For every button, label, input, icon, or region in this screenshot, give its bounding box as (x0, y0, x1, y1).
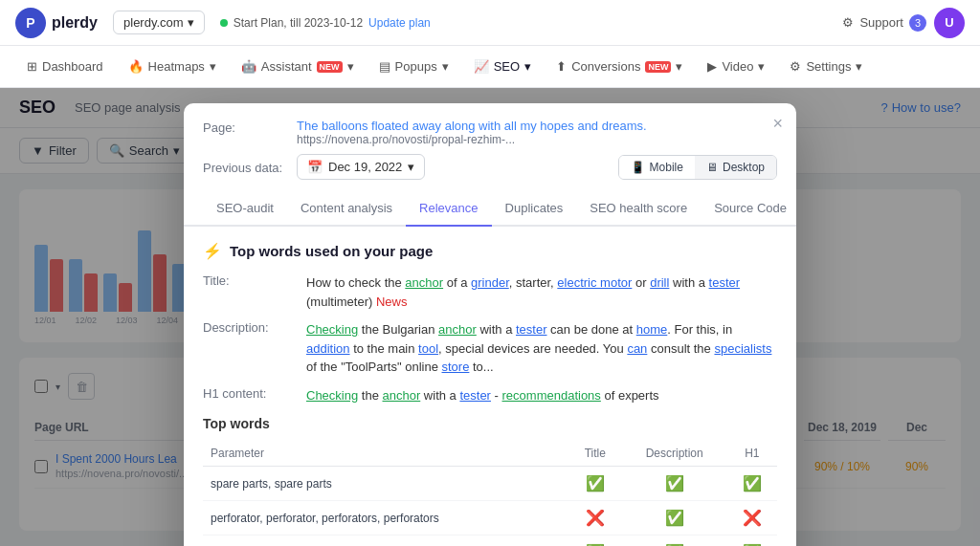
table-row: perforator, perforator, perforators, per… (203, 501, 777, 535)
assistant-new-badge: NEW (317, 61, 343, 73)
close-button[interactable]: × (772, 115, 783, 132)
col-description: Description (622, 441, 727, 467)
nav-label-settings: Settings (806, 59, 851, 74)
h1-cross-cell: ❌ (727, 501, 777, 535)
title-content: How to check the anchor of a grinder, st… (306, 273, 777, 311)
nav-item-dashboard[interactable]: ⊞ Dashboard (15, 52, 115, 81)
kw-can: can (627, 341, 647, 356)
description-content: Checking the Bulgarian anchor with a tes… (306, 320, 777, 377)
keyword-drill: drill (650, 275, 669, 290)
h1-check-cell: ✅ (727, 535, 777, 547)
col-parameter: Parameter (203, 441, 568, 467)
nav-item-popups[interactable]: ▤ Popups ▾ (368, 52, 460, 81)
tab-content-analysis[interactable]: Content analysis (287, 191, 406, 227)
table-row: spare parts, spare parts ✅ ✅ ✅ (203, 467, 777, 501)
modal-prev-row: Previous data: 📅 Dec 19, 2022 ▾ 📱 Mobile… (203, 154, 777, 180)
section-title: ⚡ Top words used on your page (203, 242, 777, 260)
nav-label-conversions: Conversions (571, 59, 640, 74)
nav-item-settings[interactable]: ⚙ Settings ▾ (778, 52, 874, 81)
nav-label-seo: SEO (494, 59, 520, 74)
popup-icon: ▤ (379, 59, 390, 74)
date-selector[interactable]: 📅 Dec 19, 2022 ▾ (297, 154, 425, 180)
desc-check-cell: ✅ (622, 535, 727, 547)
plan-badge: Start Plan, till 2023-10-12 Update plan (220, 16, 431, 30)
h1-content: Checking the anchor with a tester - reco… (306, 386, 777, 405)
modal-page-info: Page: The balloons floated away along wi… (203, 119, 777, 146)
mobile-button[interactable]: 📱 Mobile (619, 156, 695, 179)
conversions-icon: ⬆ (556, 59, 567, 74)
top-words-title: Top words (203, 416, 777, 431)
nav-item-assistant[interactable]: 🤖 Assistant NEW ▾ (230, 52, 366, 81)
chevron-down-icon-popups: ▾ (442, 59, 449, 74)
check-icon: ✅ (665, 510, 684, 526)
kw-tester-h1: tester (459, 388, 491, 403)
nav-label-heatmaps: Heatmaps (148, 59, 205, 74)
check-icon: ✅ (586, 475, 605, 491)
prev-data-label: Previous data: (203, 159, 289, 175)
modal-body: ⚡ Top words used on your page Title: How… (184, 227, 796, 546)
description-row: Description: Checking the Bulgarian anch… (203, 320, 777, 377)
table-row: power tool, power tool, power tools, pow… (203, 535, 777, 547)
kw-tool: tool (418, 341, 438, 356)
mobile-label: Mobile (650, 161, 683, 174)
page-title-text: The balloons floated away along with all… (297, 119, 647, 133)
kw-checking-h1: Checking (306, 388, 358, 403)
check-icon: ✅ (743, 475, 762, 491)
keyword-electric-motor: electric motor (557, 275, 632, 290)
tab-seo-health-score[interactable]: SEO health score (576, 191, 701, 227)
nav-label-dashboard: Dashboard (42, 59, 103, 74)
section-title-text: Top words used on your page (230, 243, 433, 259)
keyword-news: News (376, 295, 408, 309)
param-cell: power tool, power tool, power tools, pow… (203, 535, 568, 547)
mobile-icon: 📱 (631, 161, 645, 174)
support-button[interactable]: ⚙ Support 3 (842, 14, 926, 32)
kw-addition: addition (306, 341, 350, 356)
h1-row: H1 content: Checking the anchor with a t… (203, 386, 777, 405)
col-title: Title (568, 441, 621, 467)
title-label: Title: (203, 273, 299, 311)
chevron-down-icon: ▾ (188, 15, 194, 30)
nav-item-seo[interactable]: 📈 SEO ▾ (462, 52, 543, 81)
modal-header: × Page: The balloons floated away along … (184, 103, 796, 191)
keyword-grinder: grinder (471, 275, 509, 290)
title-check-cell: ✅ (568, 535, 621, 547)
conversions-new-badge: NEW (645, 61, 671, 73)
tab-relevance[interactable]: Relevance (406, 191, 491, 227)
chevron-down-icon-conversions: ▾ (676, 59, 682, 74)
page-info-content: The balloons floated away along with all… (297, 119, 647, 146)
logo[interactable]: P plerdy (15, 8, 98, 38)
param-cell: spare parts, spare parts (203, 467, 568, 501)
h1-check-cell: ✅ (727, 467, 777, 501)
kw-tester2: tester (516, 322, 547, 337)
param-cell: perforator, perforator, perforators, per… (203, 501, 568, 535)
tab-seo-audit[interactable]: SEO-audit (203, 191, 287, 227)
h1-label: H1 content: (203, 386, 299, 405)
title-row: Title: How to check the anchor of a grin… (203, 273, 777, 311)
kw-store: store (441, 360, 469, 374)
desktop-label: Desktop (723, 161, 765, 174)
description-label: Description: (203, 320, 299, 377)
nav-item-video[interactable]: ▶ Video ▾ (696, 52, 776, 81)
check-icon: ✅ (665, 475, 684, 491)
desc-check-cell: ✅ (622, 501, 727, 535)
logo-text: plerdy (52, 14, 98, 32)
lightning-icon: ⚡ (203, 242, 222, 260)
dashboard-icon: ⊞ (27, 59, 37, 74)
nav-item-heatmaps[interactable]: 🔥 Heatmaps ▾ (117, 52, 228, 81)
tab-source-code[interactable]: Source Code (701, 191, 796, 227)
tab-duplicates[interactable]: Duplicates (492, 191, 577, 227)
support-label: Support (859, 15, 903, 30)
chevron-down-icon-date: ▾ (408, 160, 414, 174)
domain-selector[interactable]: plerdy.com ▾ (113, 11, 205, 34)
update-plan-link[interactable]: Update plan (368, 16, 431, 30)
seo-icon: 📈 (474, 59, 489, 74)
support-count-badge: 3 (909, 14, 926, 32)
plan-text: Start Plan, till 2023-10-12 (234, 16, 363, 30)
desktop-button[interactable]: 🖥 Desktop (695, 156, 776, 179)
logo-icon: P (15, 8, 46, 38)
nav-item-conversions[interactable]: ⬆ Conversions NEW ▾ (545, 52, 694, 81)
kw-anchor2: anchor (438, 322, 477, 337)
avatar[interactable]: U (934, 8, 965, 38)
video-icon: ▶ (707, 59, 717, 74)
keyword-tester: tester (709, 275, 741, 290)
